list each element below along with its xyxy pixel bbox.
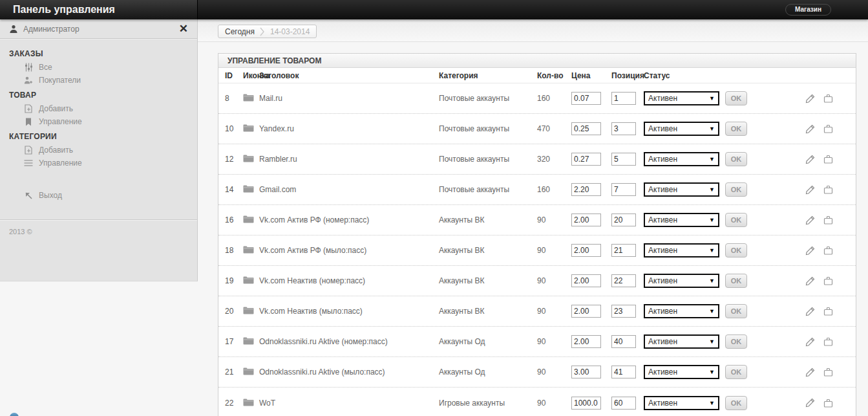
basket-icon[interactable]	[823, 337, 833, 346]
position-input[interactable]	[611, 274, 636, 287]
ok-button[interactable]: OK	[725, 274, 747, 288]
sidebar-item-buyers[interactable]: Покупатели	[0, 74, 197, 87]
price-input[interactable]	[571, 213, 601, 226]
breadcrumb[interactable]: Сегодня 14-03-2014	[218, 25, 317, 38]
close-icon[interactable]: ✕	[179, 23, 188, 34]
price-input[interactable]	[571, 305, 601, 318]
position-input[interactable]	[611, 335, 636, 348]
basket-icon[interactable]	[823, 276, 833, 285]
edit-pencil-icon[interactable]	[805, 246, 815, 256]
edit-pencil-icon[interactable]	[805, 337, 815, 347]
col-header-id: ID	[225, 71, 243, 80]
edit-pencil-icon[interactable]	[805, 215, 815, 225]
product-qty: 90	[537, 246, 571, 255]
position-input[interactable]	[611, 244, 636, 257]
product-id: 21	[225, 367, 243, 377]
sidebar-item-category-add[interactable]: Добавить	[0, 144, 197, 157]
status-select[interactable]: Активен ▼	[644, 396, 719, 410]
position-input[interactable]	[611, 366, 636, 378]
basket-icon[interactable]	[823, 399, 833, 408]
edit-pencil-icon[interactable]	[805, 307, 815, 316]
position-input[interactable]	[611, 183, 636, 196]
product-category: Почтовые аккаунты	[439, 124, 537, 133]
chevron-down-icon: ▼	[709, 126, 715, 132]
ok-button[interactable]: OK	[725, 243, 747, 257]
position-input[interactable]	[611, 305, 636, 318]
edit-pencil-icon[interactable]	[805, 124, 815, 134]
position-input[interactable]	[611, 213, 636, 226]
table-row: 17 Odnoklassniki.ru Aktive (номер:пасс) …	[218, 327, 856, 357]
sidebar-item-category-manage[interactable]: Управление	[0, 157, 197, 170]
sidebar-item-product-add[interactable]: Добавить	[0, 102, 197, 115]
status-select[interactable]: Активен ▼	[644, 213, 719, 227]
basket-icon[interactable]	[823, 215, 833, 224]
price-input[interactable]	[571, 366, 601, 378]
ok-button[interactable]: OK	[725, 213, 747, 227]
position-input[interactable]	[611, 92, 636, 105]
ok-button[interactable]: OK	[725, 152, 747, 166]
basket-icon[interactable]	[823, 185, 833, 194]
price-input[interactable]	[571, 397, 601, 410]
position-input[interactable]	[611, 122, 636, 135]
status-select[interactable]: Активен ▼	[644, 122, 719, 136]
partial-blue-widget	[10, 413, 19, 416]
position-input[interactable]	[611, 397, 636, 410]
edit-pencil-icon[interactable]	[805, 276, 815, 286]
status-select[interactable]: Активен ▼	[644, 274, 719, 288]
ok-button[interactable]: OK	[725, 304, 747, 318]
product-title: Gmail.com	[259, 185, 439, 194]
basket-icon[interactable]	[823, 246, 833, 255]
edit-pencil-icon[interactable]	[805, 367, 815, 377]
status-select[interactable]: Активен ▼	[644, 182, 719, 197]
ok-button[interactable]: OK	[725, 365, 747, 379]
product-title: WoT	[259, 399, 439, 408]
status-select[interactable]: Активен ▼	[644, 91, 719, 105]
price-input[interactable]	[571, 153, 601, 166]
edit-pencil-icon[interactable]	[805, 185, 815, 195]
price-input[interactable]	[571, 274, 601, 287]
ok-button[interactable]: OK	[725, 122, 747, 136]
folder-icon	[243, 367, 259, 377]
ok-button[interactable]: OK	[725, 334, 747, 349]
sidebar-item-orders-all[interactable]: Все	[0, 61, 197, 74]
ok-button[interactable]: OK	[725, 396, 747, 410]
status-select[interactable]: Активен ▼	[644, 243, 719, 257]
status-selected-value: Активен	[648, 367, 709, 377]
status-select[interactable]: Активен ▼	[644, 304, 719, 318]
basket-icon[interactable]	[823, 155, 833, 164]
product-category: Аккаунты Од	[439, 367, 537, 377]
product-id: 20	[225, 307, 243, 316]
edit-pencil-icon[interactable]	[805, 398, 815, 408]
ok-button[interactable]: OK	[725, 182, 747, 197]
sidebar-item-label: Выход	[39, 191, 62, 200]
ok-button[interactable]: OK	[725, 91, 747, 105]
price-input[interactable]	[571, 244, 601, 257]
edit-pencil-icon[interactable]	[805, 155, 815, 164]
sidebar-item-label: Все	[39, 63, 52, 72]
sidebar-item-product-manage[interactable]: Управление	[0, 115, 197, 128]
edit-pencil-icon[interactable]	[805, 94, 815, 104]
sidebar-item-logout[interactable]: Выход	[0, 189, 197, 202]
price-input[interactable]	[571, 335, 601, 348]
price-input[interactable]	[571, 183, 601, 196]
sidebar: Администратор ✕ ЗАКАЗЫ Все Покупатели ТО…	[0, 19, 198, 281]
position-input[interactable]	[611, 153, 636, 166]
sidebar-footer: 2013 ©	[0, 219, 197, 281]
status-select[interactable]: Активен ▼	[644, 152, 719, 166]
product-qty: 320	[537, 155, 571, 164]
top-bar-brand-area: Панель управления	[0, 0, 198, 19]
price-input[interactable]	[571, 92, 601, 105]
basket-icon[interactable]	[823, 124, 833, 133]
sidebar-item-label: Покупатели	[39, 76, 81, 85]
basket-icon[interactable]	[823, 94, 833, 103]
basket-icon[interactable]	[823, 367, 833, 377]
price-input[interactable]	[571, 122, 601, 135]
chevron-down-icon: ▼	[709, 95, 715, 102]
product-id: 10	[225, 124, 243, 133]
breadcrumb-current[interactable]: Сегодня	[225, 27, 255, 36]
product-title: Odnoklassniki.ru Aktive (номер:пасс)	[259, 337, 439, 346]
status-select[interactable]: Активен ▼	[644, 334, 719, 349]
shop-button[interactable]: Магазин	[785, 4, 831, 16]
basket-icon[interactable]	[823, 307, 833, 316]
status-select[interactable]: Активен ▼	[644, 365, 719, 379]
